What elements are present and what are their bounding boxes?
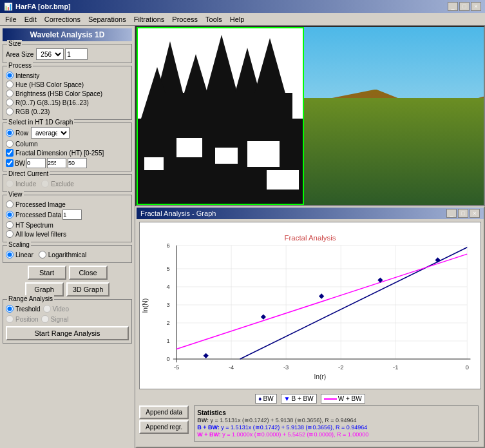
append-data-button[interactable]: Append data xyxy=(139,405,189,419)
position-row: Position xyxy=(6,315,39,323)
view-spinner[interactable] xyxy=(62,209,82,220)
svg-text:ln(r): ln(r) xyxy=(314,373,326,380)
start-range-analysis-button[interactable]: Start Range Analysis xyxy=(6,326,129,340)
menu-process[interactable]: Process xyxy=(168,14,202,24)
signal-label: Signal xyxy=(51,316,69,323)
view-ht-spectrum-row: HT Spectrum xyxy=(6,221,129,229)
view-all-filters-row: All low level filters xyxy=(6,230,129,238)
bw-max-spin[interactable] xyxy=(47,158,66,168)
fractal-minimize-button[interactable]: _ xyxy=(446,209,457,218)
treshold-label: Treshold xyxy=(15,306,41,313)
close-button-left[interactable]: Close xyxy=(69,266,108,280)
column-radio-row: Column xyxy=(6,140,129,148)
fractal-analysis-window: Fractal Analysis - Graph _ □ × Fractal xyxy=(135,206,485,448)
fractal-dim-checkbox[interactable] xyxy=(6,149,14,157)
legend-bw: ♦ BW xyxy=(255,394,276,404)
linear-radio[interactable] xyxy=(6,251,14,258)
row-label: Row xyxy=(15,130,28,137)
view-processed-image-label: Processed Image xyxy=(15,201,66,208)
view-ht-spectrum-radio[interactable] xyxy=(6,221,14,229)
area-size-spinner[interactable] xyxy=(65,48,88,60)
process-rgb23-radio[interactable] xyxy=(6,108,14,115)
svg-text:-2: -2 xyxy=(338,364,343,371)
menu-file[interactable]: File xyxy=(1,14,21,24)
area-size-select[interactable]: 25664128512 xyxy=(36,48,64,60)
process-hue-label: Hue (HSB Color Space) xyxy=(15,81,84,88)
position-radio[interactable] xyxy=(6,315,14,323)
process-rgb-radio[interactable] xyxy=(6,99,14,106)
treshold-radio[interactable] xyxy=(6,305,14,313)
graph-legend: ♦ BW ▼ B + BW W + BW xyxy=(137,392,484,405)
average-select[interactable]: average xyxy=(31,127,70,139)
stats-title: Statistics xyxy=(197,409,225,416)
maximize-button[interactable]: □ xyxy=(459,2,470,11)
close-button[interactable]: × xyxy=(471,2,481,11)
signal-radio[interactable] xyxy=(41,315,49,323)
process-intensity-row: Intensity xyxy=(6,72,129,79)
svg-text:6: 6 xyxy=(166,242,169,249)
process-group: Process Intensity Hue (HSB Color Space) … xyxy=(3,66,132,120)
video-radio[interactable] xyxy=(43,305,51,313)
process-hue-row: Hue (HSB Color Space) xyxy=(6,81,129,88)
fractal-maximize-button[interactable]: □ xyxy=(458,209,468,218)
exclude-radio[interactable] xyxy=(41,180,49,188)
svg-text:5: 5 xyxy=(166,266,169,272)
process-hue-radio[interactable] xyxy=(6,81,14,88)
bw-step-spin[interactable] xyxy=(68,158,87,168)
size-group: Size Area Size 25664128512 xyxy=(3,44,132,63)
include-radio[interactable] xyxy=(6,180,14,188)
svg-rect-12 xyxy=(247,141,280,167)
statistics-panel: Statistics BW: y = 1.5131x (≅0.1742) + 5… xyxy=(194,405,479,442)
view-processed-image-radio[interactable] xyxy=(6,200,14,208)
svg-text:-1: -1 xyxy=(393,364,398,371)
linear-row: Linear xyxy=(6,251,33,258)
video-label: Video xyxy=(53,306,69,313)
stats-b-bw-prefix: B + BW: xyxy=(197,424,221,431)
start-button[interactable]: Start xyxy=(28,266,66,280)
position-label: Position xyxy=(15,316,39,323)
process-group-label: Process xyxy=(7,62,33,69)
svg-text:-5: -5 xyxy=(174,364,179,371)
svg-text:1: 1 xyxy=(166,338,169,344)
log-radio[interactable] xyxy=(39,251,46,258)
fractal-title-bar: Fractal Analysis - Graph _ □ × xyxy=(137,208,484,219)
column-radio[interactable] xyxy=(6,140,14,148)
append-regr-button[interactable]: Append regr. xyxy=(139,420,189,434)
row-radio[interactable] xyxy=(6,129,14,137)
color-image xyxy=(304,27,484,205)
ht-select-group: Select in HT 1D Graph Row average Column xyxy=(3,122,132,171)
right-area: Fractal Analysis - Graph _ □ × Fractal xyxy=(135,26,485,448)
exclude-label: Exclude xyxy=(51,180,74,188)
signal-row: Signal xyxy=(41,315,69,323)
range-analysis-label: Range Analysis xyxy=(7,295,54,302)
menu-help[interactable]: Help xyxy=(226,14,249,24)
graph3d-button[interactable]: 3D Graph xyxy=(66,282,110,297)
trees-svg xyxy=(304,27,484,205)
process-intensity-radio[interactable] xyxy=(6,72,14,79)
graph-button[interactable]: Graph xyxy=(25,282,64,297)
view-processed-data-label: Processed Data xyxy=(15,211,61,219)
svg-text:4: 4 xyxy=(166,284,169,290)
svg-text:2: 2 xyxy=(166,320,169,326)
view-processed-data-radio[interactable] xyxy=(6,211,14,219)
minimize-button[interactable]: _ xyxy=(448,2,458,11)
fractal-close-button[interactable]: × xyxy=(470,209,480,218)
menu-corrections[interactable]: Corrections xyxy=(41,14,84,24)
process-brightness-radio[interactable] xyxy=(6,90,14,97)
menu-tools[interactable]: Tools xyxy=(202,14,226,24)
bw-min-spin[interactable] xyxy=(26,158,46,168)
menu-bar: File Edit Corrections Separations Filtra… xyxy=(0,13,485,26)
menu-edit[interactable]: Edit xyxy=(21,14,41,24)
process-rgb23-label: RGB (0..23) xyxy=(15,108,50,115)
menu-filtrations[interactable]: Filtrations xyxy=(130,14,169,24)
bw-checkbox[interactable] xyxy=(6,159,14,167)
svg-rect-10 xyxy=(176,138,202,157)
menu-separations[interactable]: Separations xyxy=(84,14,130,24)
stats-row-b-bw: B + BW: y = 1.5131x (≅0.1742) + 5.9138 (… xyxy=(197,424,475,431)
stats-bw-text: y = 1.5131x (≅0.1742) + 5.9138 (≅0.3656)… xyxy=(211,417,357,424)
view-all-filters-radio[interactable] xyxy=(6,230,14,238)
legend-bw-label: BW xyxy=(263,395,273,402)
title-bar-buttons[interactable]: _ □ × xyxy=(448,2,481,11)
left-panel: Wavelet Analysis 1D Size Area Size 25664… xyxy=(0,26,135,448)
fractal-title-buttons[interactable]: _ □ × xyxy=(446,209,480,218)
